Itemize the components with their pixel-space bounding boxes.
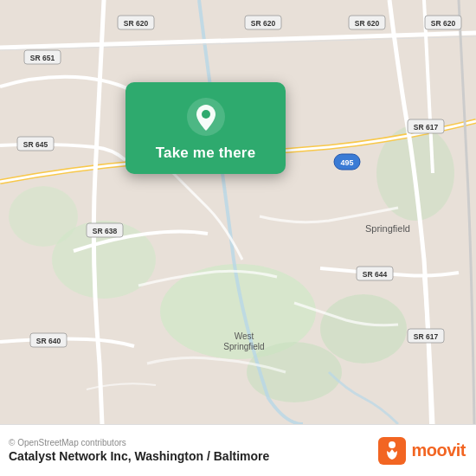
moovit-brand-icon: [378, 437, 406, 465]
svg-text:SR 620: SR 620: [355, 19, 380, 28]
svg-text:SR 620: SR 620: [124, 19, 149, 28]
svg-point-3: [320, 294, 407, 363]
svg-point-37: [389, 441, 396, 448]
svg-text:495: 495: [340, 158, 353, 167]
svg-text:West: West: [235, 331, 254, 341]
location-pin-icon: [187, 98, 225, 136]
bottom-bar: © OpenStreetMap contributors Catalyst Ne…: [0, 424, 476, 476]
svg-text:SR 620: SR 620: [251, 19, 276, 28]
location-title: Catalyst Network Inc, Washington / Balti…: [9, 449, 269, 463]
moovit-logo[interactable]: moovit: [378, 437, 466, 465]
svg-point-35: [202, 110, 210, 119]
svg-text:SR 617: SR 617: [414, 123, 439, 132]
moovit-brand-label: moovit: [411, 441, 466, 460]
location-info: © OpenStreetMap contributors Catalyst Ne…: [9, 438, 269, 463]
svg-text:SR 620: SR 620: [431, 19, 456, 28]
svg-text:SR 644: SR 644: [363, 270, 388, 279]
copyright-text: © OpenStreetMap contributors: [9, 438, 269, 447]
svg-text:SR 651: SR 651: [30, 54, 55, 62]
svg-text:SR 640: SR 640: [36, 337, 61, 345]
svg-text:Springfield: Springfield: [365, 223, 410, 234]
svg-text:Springfield: Springfield: [223, 342, 264, 351]
svg-text:SR 645: SR 645: [23, 140, 48, 149]
svg-text:SR 617: SR 617: [414, 332, 439, 341]
map-view: SR 651 SR 620 SR 620 SR 620 SR 620 SR 64…: [0, 0, 476, 424]
location-popup[interactable]: Take me there: [125, 82, 286, 174]
svg-point-5: [9, 186, 78, 247]
map-svg: SR 651 SR 620 SR 620 SR 620 SR 620 SR 64…: [0, 0, 476, 424]
take-me-there-button[interactable]: Take me there: [156, 145, 256, 162]
svg-text:SR 638: SR 638: [93, 227, 118, 235]
